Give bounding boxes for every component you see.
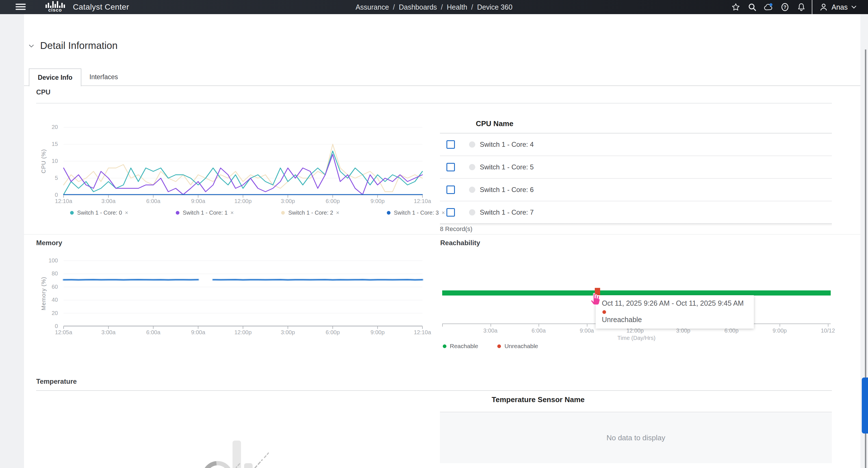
notifications-bell-icon[interactable] [793,0,809,14]
reachability-tick-label: 3:00a [484,327,498,334]
y-tick-label: 0 [31,323,58,329]
memory-chart [64,261,423,326]
legend-label: Unreachable [504,343,538,350]
cisco-logo: cisco [39,2,71,12]
reachability-legend-item: Unreachable [497,343,538,350]
empty-chart-illustration [195,436,274,468]
row-status-dot [469,187,475,193]
cpu-heading: CPU [36,88,51,96]
user-avatar-icon [819,3,828,11]
cpu-name-row[interactable]: Switch 1 - Core: 5 [440,156,832,179]
reachability-axis-label: Time (Day/Hrs) [442,335,831,341]
row-status-dot [469,164,475,170]
search-icon[interactable] [744,0,761,14]
memory-y-axis-title: Memory (%) [40,260,48,327]
y-tick-label: 5 [31,175,58,181]
legend-label: Switch 1 - Core: 1 [183,209,228,216]
temperature-empty-panel: No data to display [440,412,832,463]
x-tick-label: 12:05a [55,329,72,336]
cloud-icon[interactable] [761,0,777,14]
panel-scrollbar-thumb[interactable] [862,378,868,434]
breadcrumb-separator: / [471,3,473,11]
cpu-legend: Switch 1 - Core: 0×Switch 1 - Core: 1×Sw… [70,209,493,216]
x-tick-label: 3:00p [281,198,295,204]
temperature-sensor-header: Temperature Sensor Name [492,395,585,404]
row-checkbox[interactable] [446,140,455,149]
x-tick-label: 9:00a [191,329,205,336]
cpu-legend-item[interactable]: Switch 1 - Core: 1× [176,209,234,216]
breadcrumb-item[interactable]: Dashboards [399,3,437,11]
legend-dot [443,345,446,348]
y-tick-label: 15 [31,141,58,147]
breadcrumb-item[interactable]: Device 360 [477,3,512,11]
legend-label: Switch 1 - Core: 2 [288,209,333,216]
cisco-logo-text: cisco [39,8,71,12]
top-nav: cisco Catalyst Center Assurance/Dashboar… [0,0,868,14]
x-tick-label: 6:00a [146,198,160,204]
cpu-legend-item[interactable]: Switch 1 - Core: 0× [70,209,128,216]
cpu-legend-item[interactable]: Switch 1 - Core: 3× [387,209,445,216]
legend-label: Switch 1 - Core: 3 [394,209,439,216]
y-tick-label: 10 [31,158,58,164]
menu-icon[interactable] [16,4,26,10]
product-title: Catalyst Center [73,3,129,11]
x-tick-label: 6:00a [146,329,160,336]
tab-device-info[interactable]: Device Info [29,68,82,86]
cpu-name-row[interactable]: Switch 1 - Core: 4 [440,134,832,156]
favorites-star-icon[interactable] [727,0,744,14]
collapse-chevron-icon[interactable] [28,43,34,49]
cpu-name-row[interactable]: Switch 1 - Core: 6 [440,179,832,201]
legend-label: Reachable [450,343,478,350]
tab-interfaces[interactable]: Interfaces [80,68,127,86]
x-tick-label: 12:00p [234,198,251,204]
row-label: Switch 1 - Core: 4 [480,141,534,148]
records-count: 8 Record(s) [440,225,472,233]
breadcrumb-item[interactable]: Health [447,3,467,11]
legend-dot [70,211,74,215]
row-checkbox[interactable] [446,163,455,171]
y-tick-label: 20 [31,124,58,130]
reachability-tick-label: 9:00p [773,327,786,334]
x-tick-label: 6:00p [326,329,340,336]
y-tick-label: 100 [31,257,58,264]
y-tick-label: 0 [31,192,58,198]
x-tick-label: 3:00a [101,329,116,336]
legend-remove-icon[interactable]: × [336,209,339,216]
reachability-segment-reachable[interactable] [442,290,595,295]
legend-remove-icon[interactable]: × [230,209,234,216]
reachability-legend: ReachableUnreachable [443,343,557,350]
x-tick-label: 3:00p [281,329,295,336]
cpu-name-header: CPU Name [476,119,514,128]
help-icon[interactable]: ? [777,0,793,14]
left-gutter [0,14,24,468]
user-name: Anas [832,3,848,11]
reachability-segment-reachable[interactable] [600,290,831,295]
reachability-tick-label: 6:00a [531,327,546,334]
cpu-name-row[interactable]: Switch 1 - Core: 7 [440,201,832,224]
legend-remove-icon[interactable]: × [125,209,128,216]
temperature-divider [36,390,832,391]
breadcrumb-item[interactable]: Assurance [355,3,389,11]
y-tick-label: 60 [31,284,58,290]
x-tick-label: 12:00p [234,329,251,336]
reachability-timeline[interactable] [442,290,831,295]
breadcrumb: Assurance/Dashboards/Health/Device 360 [355,3,512,11]
x-tick-label: 6:00p [326,198,340,204]
catalyst-center-app: cisco Catalyst Center Assurance/Dashboar… [0,0,868,468]
row-label: Switch 1 - Core: 5 [480,163,534,171]
x-tick-label: 12:10a [414,198,431,204]
row-status-dot [469,209,475,215]
user-menu[interactable]: Anas [815,3,868,11]
cpu-legend-item[interactable]: Switch 1 - Core: 2× [281,209,339,216]
breadcrumb-separator: / [441,3,443,11]
pointer-cursor-icon [589,292,601,305]
row-checkbox[interactable] [446,185,455,194]
row-checkbox[interactable] [446,208,455,216]
reachability-tooltip: Oct 11, 2025 9:26 AM - Oct 11, 2025 9:45… [596,295,754,329]
cpu-divider [36,103,832,104]
temperature-heading: Temperature [36,378,77,385]
tabs-underline [24,85,860,86]
y-tick-label: 40 [31,297,58,303]
x-tick-label: 12:10a [414,329,431,336]
row-label: Switch 1 - Core: 6 [480,186,534,194]
